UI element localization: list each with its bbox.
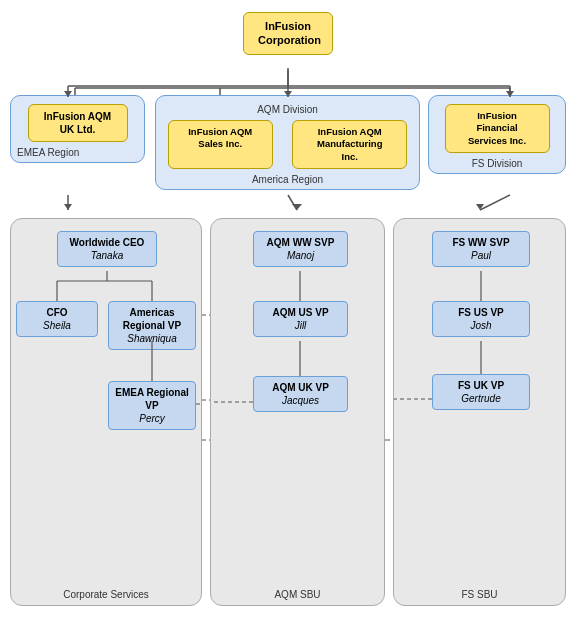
fs-division-label: FS Division [472, 158, 523, 169]
aqm-sales-line1: InFusion AQM [188, 126, 252, 137]
fs-node-line1: InFusion [477, 110, 517, 121]
aqm-us-vp-node: AQM US VP Jill [253, 301, 348, 337]
ceo-title: Worldwide CEO [64, 236, 150, 249]
fs-node-line2: Financial [476, 122, 517, 133]
aqm-svp-node: AQM WW SVP Manoj [253, 231, 348, 267]
americas-vp-node: Americas Regional VP Shawniqua [108, 301, 196, 350]
corporate-sbu-box: Worldwide CEO Tanaka CFO Sheila Americas… [10, 218, 202, 606]
aqm-internal-lines [211, 219, 384, 605]
aqm-sbu-box: AQM WW SVP Manoj AQM US VP Jill AQM UK V… [210, 218, 385, 606]
emea-vp-title: EMEA Regional VP [115, 386, 189, 412]
root-line1: InFusion [265, 20, 311, 32]
emea-node-line1: InFusion AQM [44, 111, 111, 122]
ceo-name: Tanaka [64, 249, 150, 262]
svg-marker-49 [476, 204, 484, 210]
svg-line-48 [480, 195, 510, 210]
svg-line-46 [288, 195, 297, 210]
aqm-sbu-label: AQM SBU [274, 589, 320, 600]
aqm-mfg-line3: Inc. [342, 151, 358, 162]
ceo-node: Worldwide CEO Tanaka [57, 231, 157, 267]
fs-svp-node: FS WW SVP Paul [432, 231, 530, 267]
fs-node-line3: Services Inc. [468, 135, 526, 146]
americas-vp-title: Americas Regional VP [115, 306, 189, 332]
aqm-uk-vp-name: Jacques [260, 394, 341, 407]
cfo-name: Sheila [23, 319, 91, 332]
fs-us-vp-name: Josh [439, 319, 523, 332]
aqm-uk-vp-title: AQM UK VP [260, 381, 341, 394]
fs-svp-name: Paul [439, 249, 523, 262]
org-chart-diagram: InFusion Corporation InFusion AQM UK Ltd… [0, 0, 576, 624]
aqm-uk-vp-node: AQM UK VP Jacques [253, 376, 348, 412]
fs-sbu-label: FS SBU [461, 589, 497, 600]
svg-marker-47 [292, 204, 302, 210]
fs-sbu-box: FS WW SVP Paul FS US VP Josh FS UK VP Ge… [393, 218, 566, 606]
fs-internal-lines [394, 219, 565, 605]
cfo-node: CFO Sheila [16, 301, 98, 337]
america-region-box: AQM Division InFusion AQM Sales Inc. InF… [155, 95, 420, 190]
cfo-title: CFO [23, 306, 91, 319]
svg-marker-45 [64, 204, 72, 210]
emea-vp-name: Percy [115, 412, 189, 425]
america-label: America Region [252, 174, 323, 185]
aqm-sales-line2: Sales Inc. [198, 138, 242, 149]
emea-node-line2: UK Ltd. [60, 124, 96, 135]
corporate-sbu-label: Corporate Services [63, 589, 149, 600]
aqm-mfg-line2: Manufacturing [317, 138, 382, 149]
fs-us-vp-title: FS US VP [439, 306, 523, 319]
aqm-division-label: AQM Division [162, 104, 413, 115]
emea-label: EMEA Region [17, 147, 79, 158]
fs-svp-title: FS WW SVP [439, 236, 523, 249]
fs-us-vp-node: FS US VP Josh [432, 301, 530, 337]
fs-uk-vp-node: FS UK VP Gertrude [432, 374, 530, 410]
aqm-us-vp-title: AQM US VP [260, 306, 341, 319]
root-line2: Corporation [258, 34, 321, 46]
fs-region-box: InFusion Financial Services Inc. FS Divi… [428, 95, 566, 174]
fs-uk-vp-name: Gertrude [439, 392, 523, 405]
aqm-us-vp-name: Jill [260, 319, 341, 332]
aqm-svp-name: Manoj [260, 249, 341, 262]
aqm-svp-title: AQM WW SVP [260, 236, 341, 249]
emea-region-box: InFusion AQM UK Ltd. EMEA Region [10, 95, 145, 163]
root-node: InFusion Corporation [243, 12, 333, 55]
americas-vp-name: Shawniqua [115, 332, 189, 345]
aqm-mfg-line1: InFusion AQM [318, 126, 382, 137]
emea-vp-node: EMEA Regional VP Percy [108, 381, 196, 430]
fs-uk-vp-title: FS UK VP [439, 379, 523, 392]
